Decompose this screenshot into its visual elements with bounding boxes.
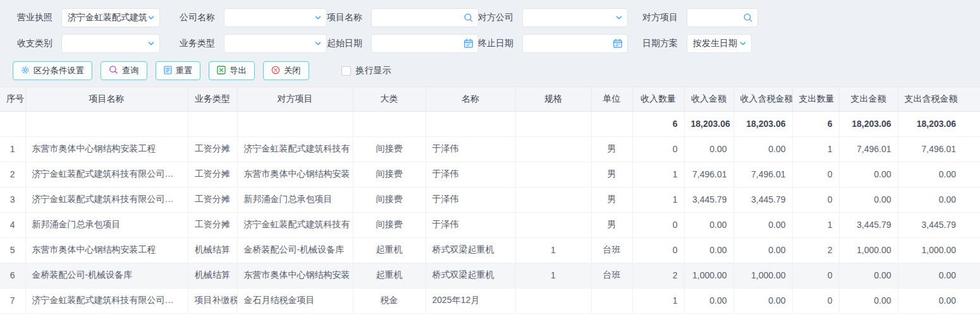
- end-date-input[interactable]: [522, 34, 628, 53]
- table-cell: 济宁金虹装配式建筑科技有: [237, 136, 353, 162]
- end-date-field: 终止日期: [478, 34, 628, 53]
- table-cell: 间接费: [353, 212, 426, 237]
- table-cell: 18,203.06: [684, 111, 733, 136]
- table-cell: 0.00: [684, 136, 733, 162]
- table-cell: 2: [632, 263, 684, 288]
- column-header: 名称: [426, 87, 515, 111]
- table-cell: 东营市奥体中心钢结构安装工程: [25, 136, 188, 162]
- query-button[interactable]: 查询: [101, 61, 147, 80]
- table-cell: 3: [0, 187, 25, 212]
- business-license-value: 济宁金虹装配式建筑: [68, 12, 147, 23]
- counterparty-project-label: 对方项目: [642, 12, 679, 23]
- project-name-input[interactable]: [371, 8, 479, 27]
- table-cell: 男: [591, 136, 632, 162]
- table-cell: 0.00: [733, 136, 792, 162]
- start-date-input[interactable]: [371, 34, 479, 53]
- table-row[interactable]: 2 济宁金虹装配式建筑科技有限公司… 工资分摊 东营市奥体中心钢结构安装 间接费…: [0, 162, 980, 187]
- table-cell: 金桥装配公司-机械设备库: [237, 237, 353, 263]
- date-scheme-label: 日期方案: [642, 38, 679, 49]
- table-row[interactable]: 3 济宁金虹装配式建筑科技有限公司… 工资分摊 新邦涌金门总承包项目 间接费 于…: [0, 187, 980, 212]
- income-expense-category-label: 收支类别: [17, 38, 54, 49]
- summary-row: 6 18,203.06 18,203.06 6 18,203.06 18,203…: [0, 111, 980, 136]
- reset-button[interactable]: 重置: [156, 61, 201, 80]
- table-row[interactable]: 5 东营市奥体中心钢结构安装工程 机械结算 金桥装配公司-机械设备库 起重机 桥…: [0, 237, 980, 263]
- table-cell: 0.00: [733, 212, 792, 237]
- table-cell: 1: [515, 263, 591, 288]
- counterparty-project-input[interactable]: [687, 8, 758, 27]
- table-cell: 0.00: [684, 288, 733, 313]
- table-cell: 新邦涌金门总承包项目: [25, 212, 188, 237]
- table-cell: 金石月结税金项目: [237, 288, 353, 313]
- table-cell: 济宁金虹装配式建筑科技有限公司…: [25, 288, 188, 313]
- table-row[interactable]: 1 东营市奥体中心钢结构安装工程 工资分摊 济宁金虹装配式建筑科技有 间接费 于…: [0, 136, 980, 162]
- column-header: 规格: [515, 87, 591, 111]
- table-cell: 起重机: [353, 237, 426, 263]
- business-type-select[interactable]: [224, 34, 327, 53]
- table-cell: 工资分摊: [188, 212, 237, 237]
- document-icon: [164, 66, 172, 76]
- chevron-down-icon: [147, 14, 155, 21]
- chevron-down-icon: [739, 40, 747, 47]
- table-cell: [515, 162, 591, 187]
- calendar-icon[interactable]: [463, 39, 474, 49]
- table-cell: 项目补缴税: [188, 288, 237, 313]
- search-icon[interactable]: [463, 13, 474, 23]
- column-header: 收入金额: [684, 87, 733, 111]
- column-header: 支出数量: [792, 87, 839, 111]
- income-expense-category-field: 收支类别: [17, 34, 160, 53]
- table-cell: 0: [632, 212, 684, 237]
- business-license-field: 营业执照 济宁金虹装配式建筑: [17, 8, 160, 27]
- table-cell: [515, 212, 591, 237]
- results-table: 序号 项目名称 业务类型 对方项目 大类 名称 规格 单位 收入数量 收入金额 …: [0, 87, 980, 314]
- start-date-label: 起始日期: [327, 38, 364, 49]
- table-cell: 0.00: [839, 187, 898, 212]
- table-cell: 间接费: [353, 136, 426, 162]
- table-cell: 0.00: [839, 263, 898, 288]
- column-header: 收入数量: [632, 87, 684, 111]
- wrap-display-label: 换行显示: [356, 65, 391, 76]
- table-cell: 桥式双梁起重机: [426, 237, 515, 263]
- wrap-display-checkbox[interactable]: [341, 66, 351, 76]
- business-license-select[interactable]: 济宁金虹装配式建筑: [61, 8, 160, 27]
- table-cell: 0.00: [839, 162, 898, 187]
- table-cell: [591, 111, 632, 136]
- table-row[interactable]: 7 济宁金虹装配式建筑科技有限公司… 项目补缴税 金石月结税金项目 税金 202…: [0, 288, 980, 313]
- table-cell: [515, 136, 591, 162]
- toolbar: 区分条件设置 查询 重置 导出 关闭 换行显示: [13, 61, 391, 80]
- date-scheme-select[interactable]: 按发生日期: [687, 34, 752, 53]
- column-header: 收入含税金额: [733, 87, 792, 111]
- export-button[interactable]: 导出: [209, 61, 255, 80]
- table-cell: 0.00: [898, 162, 980, 187]
- condition-settings-button[interactable]: 区分条件设置: [13, 61, 92, 80]
- table-cell: 男: [591, 162, 632, 187]
- date-scheme-value: 按发生日期: [693, 38, 737, 49]
- table-cell: 1: [792, 212, 839, 237]
- table-cell: 男: [591, 187, 632, 212]
- calendar-icon[interactable]: [613, 39, 623, 49]
- table-cell: 1: [632, 162, 684, 187]
- table-row[interactable]: 6 金桥装配公司-机械设备库 机械结算 东营市奥体中心钢结构安装 起重机 桥式双…: [0, 263, 980, 288]
- business-type-label: 业务类型: [180, 38, 216, 49]
- counterparty-company-select[interactable]: [522, 8, 628, 27]
- table-cell: [591, 288, 632, 313]
- table-cell: 新邦涌金门总承包项目: [237, 187, 353, 212]
- income-expense-category-select[interactable]: [61, 34, 160, 53]
- close-button[interactable]: 关闭: [263, 61, 309, 80]
- table-cell: 工资分摊: [188, 136, 237, 162]
- start-date-field: 起始日期: [327, 34, 479, 53]
- end-date-label: 终止日期: [478, 38, 515, 49]
- counterparty-company-field: 对方公司: [478, 8, 628, 27]
- table-cell: 2025年12月: [426, 288, 515, 313]
- table-cell: 1: [632, 187, 684, 212]
- business-type-field: 业务类型: [180, 34, 327, 53]
- table-cell: 0.00: [898, 288, 980, 313]
- table-cell: [515, 187, 591, 212]
- company-name-label: 公司名称: [180, 12, 216, 23]
- company-name-select[interactable]: [224, 8, 327, 27]
- counterparty-project-field: 对方项目: [642, 8, 758, 27]
- search-icon[interactable]: [743, 13, 753, 23]
- table-cell: 于泽伟: [426, 162, 515, 187]
- table-cell: 0: [792, 263, 839, 288]
- table-row[interactable]: 4 新邦涌金门总承包项目 工资分摊 济宁金虹装配式建筑科技有 间接费 于泽伟 男…: [0, 212, 980, 237]
- table-cell: 1: [0, 136, 25, 162]
